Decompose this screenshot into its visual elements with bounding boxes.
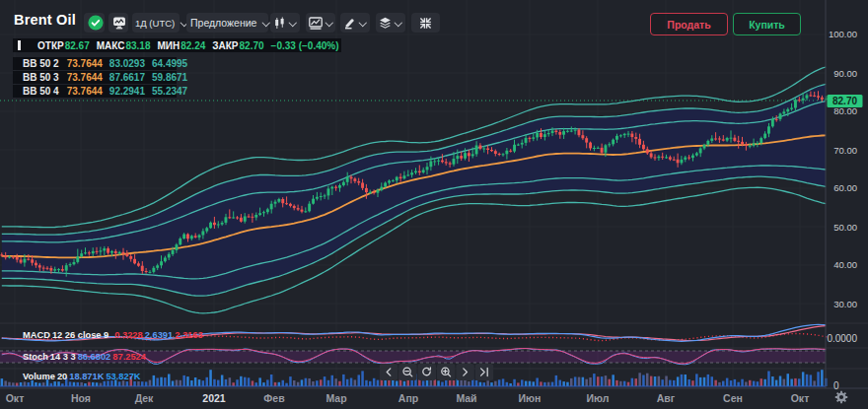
svg-text:Фев: Фев <box>263 392 285 404</box>
svg-text:82.70: 82.70 <box>832 96 857 106</box>
svg-text:0: 0 <box>833 380 839 391</box>
svg-text:Авг: Авг <box>657 392 676 404</box>
svg-text:0.0000: 0.0000 <box>827 333 857 344</box>
svg-text:Мар: Мар <box>326 392 346 404</box>
svg-text:Апр: Апр <box>398 392 418 404</box>
svg-text:60.00: 60.00 <box>833 182 857 193</box>
svg-text:Сен: Сен <box>723 392 743 404</box>
svg-text:2021: 2021 <box>202 392 226 404</box>
svg-text:Дек: Дек <box>135 392 154 404</box>
svg-text:50.00: 50.00 <box>833 222 857 233</box>
svg-text:Июл: Июл <box>587 392 610 404</box>
svg-text:Май: Май <box>456 392 476 404</box>
svg-text:Окт: Окт <box>791 392 810 404</box>
svg-text:Окт: Окт <box>6 392 25 404</box>
svg-text:100.00: 100.00 <box>829 29 857 39</box>
svg-text:70.00: 70.00 <box>833 145 857 156</box>
svg-text:40.00: 40.00 <box>833 259 857 270</box>
svg-text:90.00: 90.00 <box>833 68 857 79</box>
svg-text:30.00: 30.00 <box>833 299 857 309</box>
svg-text:Ноя: Ноя <box>71 392 91 404</box>
svg-text:Июн: Июн <box>519 392 542 404</box>
